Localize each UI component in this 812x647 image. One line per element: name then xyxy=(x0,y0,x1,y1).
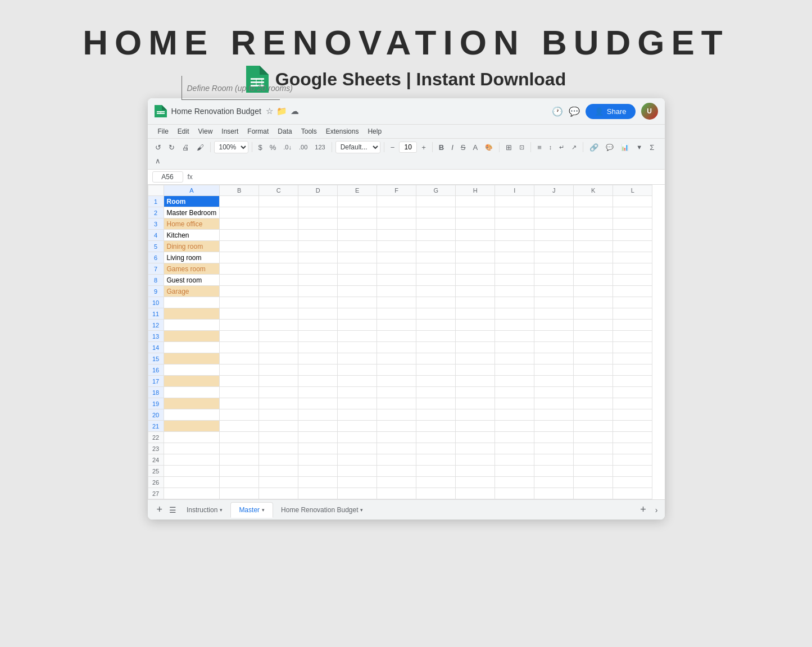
cell-G21[interactable] xyxy=(416,421,456,432)
cell-E10[interactable] xyxy=(338,297,377,308)
cell-D4[interactable] xyxy=(298,230,338,241)
cell-K26[interactable] xyxy=(574,477,613,488)
cell-a26[interactable] xyxy=(164,477,220,488)
cell-K23[interactable] xyxy=(574,443,613,454)
cell-E23[interactable] xyxy=(338,443,377,454)
cell-J8[interactable] xyxy=(534,275,574,286)
cell-G1[interactable] xyxy=(416,196,456,207)
cell-C10[interactable] xyxy=(259,297,298,308)
cell-E17[interactable] xyxy=(338,376,377,387)
cell-K10[interactable] xyxy=(574,297,613,308)
cell-L3[interactable] xyxy=(613,218,652,230)
cell-C18[interactable] xyxy=(259,387,298,398)
menu-edit[interactable]: Edit xyxy=(174,126,193,137)
cell-I23[interactable] xyxy=(495,443,534,454)
cell-J21[interactable] xyxy=(534,421,574,432)
cell-F16[interactable] xyxy=(377,364,416,376)
cell-H19[interactable] xyxy=(456,398,495,409)
cell-J22[interactable] xyxy=(534,432,574,443)
cell-D21[interactable] xyxy=(298,421,338,432)
cloud-icon[interactable]: ☁ xyxy=(291,106,299,116)
cell-F10[interactable] xyxy=(377,297,416,308)
cell-G27[interactable] xyxy=(416,488,456,499)
cell-D9[interactable] xyxy=(298,286,338,297)
cell-K27[interactable] xyxy=(574,488,613,499)
cell-D10[interactable] xyxy=(298,297,338,308)
cell-G24[interactable] xyxy=(416,454,456,466)
cell-C5[interactable] xyxy=(259,241,298,252)
cell-C17[interactable] xyxy=(259,376,298,387)
cell-a11[interactable] xyxy=(164,308,220,320)
cell-G4[interactable] xyxy=(416,230,456,241)
strikethrough-button[interactable]: S xyxy=(458,142,469,153)
cell-B11[interactable] xyxy=(220,308,259,320)
cell-E7[interactable] xyxy=(338,263,377,275)
cell-E12[interactable] xyxy=(338,320,377,331)
cell-C26[interactable] xyxy=(259,477,298,488)
cell-J9[interactable] xyxy=(534,286,574,297)
cell-J23[interactable] xyxy=(534,443,574,454)
cell-H26[interactable] xyxy=(456,477,495,488)
percent-button[interactable]: % xyxy=(267,142,279,153)
cell-a3[interactable]: Home office xyxy=(164,218,220,230)
menu-data[interactable]: Data xyxy=(274,126,295,137)
cell-C25[interactable] xyxy=(259,466,298,477)
decimal-increase-button[interactable]: .00 xyxy=(296,142,310,152)
cell-I13[interactable] xyxy=(495,331,534,342)
cell-C8[interactable] xyxy=(259,275,298,286)
cell-L24[interactable] xyxy=(613,454,652,466)
cell-a23[interactable] xyxy=(164,443,220,454)
cell-E21[interactable] xyxy=(338,421,377,432)
cell-H27[interactable] xyxy=(456,488,495,499)
cell-E19[interactable] xyxy=(338,398,377,409)
format-123-button[interactable]: 123 xyxy=(312,142,328,152)
cell-D17[interactable] xyxy=(298,376,338,387)
cell-F25[interactable] xyxy=(377,466,416,477)
collapse-toolbar-button[interactable]: ∧ xyxy=(152,155,164,167)
cell-J20[interactable] xyxy=(534,409,574,421)
cell-D12[interactable] xyxy=(298,320,338,331)
cell-D8[interactable] xyxy=(298,275,338,286)
cell-E26[interactable] xyxy=(338,477,377,488)
cell-L26[interactable] xyxy=(613,477,652,488)
cell-J11[interactable] xyxy=(534,308,574,320)
align-button[interactable]: ≡ xyxy=(534,142,545,153)
cell-L9[interactable] xyxy=(613,286,652,297)
cell-L4[interactable] xyxy=(613,230,652,241)
cell-a8[interactable]: Guest room xyxy=(164,275,220,286)
cell-a10[interactable] xyxy=(164,297,220,308)
cell-a20[interactable] xyxy=(164,409,220,421)
cell-J26[interactable] xyxy=(534,477,574,488)
cell-C3[interactable] xyxy=(259,218,298,230)
valign-button[interactable]: ↕ xyxy=(546,142,555,152)
cell-L22[interactable] xyxy=(613,432,652,443)
comment-toolbar-button[interactable]: 💬 xyxy=(603,142,616,153)
cell-D26[interactable] xyxy=(298,477,338,488)
italic-button[interactable]: I xyxy=(448,142,456,153)
cell-a27[interactable] xyxy=(164,488,220,499)
folder-icon[interactable]: 📁 xyxy=(276,106,287,116)
cell-E15[interactable] xyxy=(338,353,377,364)
cell-D1[interactable] xyxy=(298,196,338,207)
cell-B9[interactable] xyxy=(220,286,259,297)
cell-a12[interactable] xyxy=(164,320,220,331)
cell-C24[interactable] xyxy=(259,454,298,466)
cell-I10[interactable] xyxy=(495,297,534,308)
menu-view[interactable]: View xyxy=(195,126,216,137)
cell-B26[interactable] xyxy=(220,477,259,488)
cell-G22[interactable] xyxy=(416,432,456,443)
menu-file[interactable]: File xyxy=(155,126,172,137)
cell-H7[interactable] xyxy=(456,263,495,275)
col-header-f[interactable]: F xyxy=(377,185,416,196)
cell-E18[interactable] xyxy=(338,387,377,398)
cell-B24[interactable] xyxy=(220,454,259,466)
cell-I15[interactable] xyxy=(495,353,534,364)
cell-C9[interactable] xyxy=(259,286,298,297)
cell-G13[interactable] xyxy=(416,331,456,342)
cell-G19[interactable] xyxy=(416,398,456,409)
cell-I27[interactable] xyxy=(495,488,534,499)
cell-B6[interactable] xyxy=(220,252,259,263)
cell-I21[interactable] xyxy=(495,421,534,432)
cell-K24[interactable] xyxy=(574,454,613,466)
cell-B16[interactable] xyxy=(220,364,259,376)
